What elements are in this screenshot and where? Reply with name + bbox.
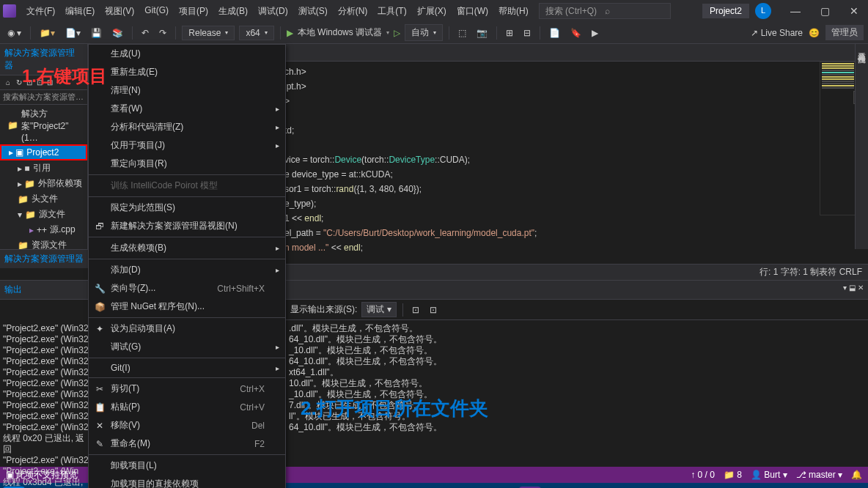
ctx-生成依赖项(B)[interactable]: 生成依赖项(B)	[89, 239, 285, 257]
open-button[interactable]: 📄▾	[62, 26, 84, 40]
ctx-icon: 🗗	[95, 221, 105, 232]
ctx-查看(W)[interactable]: 查看(W)	[89, 100, 285, 118]
repo-icon[interactable]: 📁 8	[724, 470, 742, 480]
ctx-icon: ✕	[95, 421, 105, 431]
play-noDebug-icon[interactable]: ▷	[394, 28, 400, 38]
save-button[interactable]: 💾	[88, 26, 105, 40]
search-input[interactable]: 搜索 (Ctrl+Q) ⌕	[539, 3, 671, 19]
menu-Git(G)[interactable]: Git(G)	[140, 2, 173, 21]
notifications-icon[interactable]: 🔔	[851, 470, 862, 480]
ctx-重定向项目(R)[interactable]: 重定向项目(R)	[89, 155, 285, 173]
minimize-button[interactable]: —	[784, 5, 806, 17]
debugger-label[interactable]: 本地 Windows 调试器	[298, 26, 382, 39]
ctx-生成(U)[interactable]: 生成(U)	[89, 45, 285, 63]
tb-icon3[interactable]: ⊞	[503, 26, 516, 40]
menu-扩展(X)[interactable]: 扩展(X)	[413, 2, 451, 21]
tb-icon1[interactable]: ⬚	[455, 26, 469, 40]
ctx-限定为此范围(S)[interactable]: 限定为此范围(S)	[89, 199, 285, 217]
back-button[interactable]: ◉ ▾	[4, 26, 24, 40]
ctx-Git(I)[interactable]: Git(I)	[89, 360, 285, 376]
admin-badge: 管理员	[825, 25, 864, 40]
commits-indicator[interactable]: ↑ 0 / 0	[691, 470, 715, 480]
annotation-1: 1.右键项目	[22, 64, 107, 88]
ctx-粘贴(P)[interactable]: 📋粘贴(P)Ctrl+V	[89, 398, 285, 416]
code-content[interactable]: ch.h> ipt.h> > td; vice = torch::Device(…	[279, 62, 868, 258]
home-icon[interactable]: ⌂	[3, 77, 12, 88]
user-avatar[interactable]: L	[755, 3, 771, 19]
menu-分析(N)[interactable]: 分析(N)	[334, 2, 372, 21]
maximize-button[interactable]: ▢	[814, 5, 836, 17]
menu-测试(S)[interactable]: 测试(S)	[294, 2, 332, 21]
menu-工具(T)[interactable]: 工具(T)	[373, 2, 411, 21]
output-toolbar: 显示输出来源(S): 调试 ▾ ⊡ ⊡	[286, 300, 868, 320]
output-title: 输出	[4, 284, 22, 296]
output-wrap-icon[interactable]: ⊡	[427, 303, 440, 317]
vertical-toolbox[interactable]: 工具箱 属性	[855, 44, 868, 249]
ctx-类向导(Z)...[interactable]: 🔧类向导(Z)...Ctrl+Shift+X	[89, 279, 285, 297]
toolbar: ◉ ▾ 📁▾ 📄▾ 💾 📚 ↶ ↷ Release▾ x64▾ ▶ 本地 Win…	[0, 22, 868, 44]
ctx-移除(V)[interactable]: ✕移除(V)Del	[89, 416, 285, 435]
references-node[interactable]: ▸ ■ 引用	[0, 160, 87, 176]
menu-编辑(E)[interactable]: 编辑(E)	[61, 2, 99, 21]
close-button[interactable]: ✕	[843, 5, 865, 17]
tb-icon6[interactable]: 🔖	[567, 26, 584, 40]
tab-solution-explorer[interactable]: 解决方案资源管理器	[4, 253, 84, 265]
liveshare-button[interactable]: ↗ Live Share	[751, 28, 803, 38]
context-menu: 生成(U)重新生成(E)清理(N)查看(W)分析和代码清理(Z)仅用于项目(J)…	[88, 44, 286, 488]
project-name: Project2	[702, 4, 749, 18]
tb-icon4[interactable]: ⊟	[521, 26, 534, 40]
ctx-添加(D)[interactable]: 添加(D)	[89, 261, 285, 279]
menu-生成(B)[interactable]: 生成(B)	[214, 2, 252, 21]
ctx-加载项目的直接依赖项[interactable]: 加载项目的直接依赖项	[89, 475, 285, 488]
mode-dropdown[interactable]: 自动▾	[405, 24, 443, 41]
ctx-新建解决方案资源管理器视图(N)[interactable]: 🗗新建解决方案资源管理器视图(N)	[89, 217, 285, 235]
window-controls: — ▢ ✕	[784, 5, 865, 17]
annotation-2: 2.打开项目所在文件夹	[301, 396, 488, 421]
undo-button[interactable]: ↶	[139, 26, 152, 40]
vs-logo-icon	[3, 4, 16, 18]
feedback-icon[interactable]: 😊	[809, 28, 820, 38]
headers-node[interactable]: 📁 头文件	[0, 191, 87, 207]
saveall-button[interactable]: 📚	[109, 26, 126, 40]
sources-node[interactable]: ▾ 📁 源文件	[0, 207, 87, 222]
tb-icon7[interactable]: ▶	[589, 26, 601, 40]
tb-icon5[interactable]: 📄	[546, 26, 563, 40]
external-deps-node[interactable]: ▸ 📁 外部依赖项	[0, 176, 87, 191]
preview-icon: ▣	[6, 470, 14, 480]
ctx-清理(N)[interactable]: 清理(N)	[89, 81, 285, 100]
solution-root[interactable]: 📁 解决方案"Project2"(1…	[0, 106, 87, 144]
minimap[interactable]	[820, 62, 856, 215]
ctx-卸载项目(L)[interactable]: 卸载项目(L)	[89, 456, 285, 475]
play-icon[interactable]: ▶	[287, 28, 293, 38]
project-node[interactable]: ▸ ▣ Project2	[0, 144, 87, 160]
menu-项目(P)[interactable]: 项目(P)	[174, 2, 213, 21]
ctx-设为启动项目(A)[interactable]: ✦设为启动项目(A)	[89, 319, 285, 338]
ctx-重新生成(E)[interactable]: 重新生成(E)	[89, 63, 285, 81]
ctx-剪切(T)[interactable]: ✂剪切(T)Ctrl+X	[89, 380, 285, 398]
sync-icon[interactable]: ↻	[13, 77, 22, 88]
menu-调试(D)[interactable]: 调试(D)	[254, 2, 293, 21]
preview-text: 此项不支持预览	[16, 469, 78, 481]
tb-icon2[interactable]: 📷	[474, 26, 490, 40]
ctx-分析和代码清理(Z)[interactable]: 分析和代码清理(Z)	[89, 118, 285, 136]
output-source-dropdown[interactable]: 调试 ▾	[361, 302, 396, 317]
branch-indicator[interactable]: ⎇ master ▾	[796, 470, 842, 480]
source-cpp-node[interactable]: ▸ ++ 源.cpp	[0, 222, 87, 237]
menu-视图(V)[interactable]: 视图(V)	[100, 2, 139, 21]
ctx-调试(G)[interactable]: 调试(G)	[89, 338, 285, 356]
menu-文件(F)[interactable]: 文件(F)	[22, 2, 59, 21]
ctx-仅用于项目(J)[interactable]: 仅用于项目(J)	[89, 136, 285, 155]
redo-button[interactable]: ↷	[156, 26, 169, 40]
config-dropdown[interactable]: Release▾	[182, 26, 235, 40]
new-button[interactable]: 📁▾	[37, 26, 58, 40]
menu-帮助(H)[interactable]: 帮助(H)	[494, 2, 533, 21]
user-indicator[interactable]: 👤 Burt ▾	[751, 470, 787, 480]
output-clear-icon[interactable]: ⊡	[409, 303, 422, 317]
solution-search[interactable]: 搜索解决方案资源管…	[0, 90, 87, 105]
platform-dropdown[interactable]: x64▾	[239, 26, 273, 40]
ctx-重命名(M)[interactable]: ✎重命名(M)F2	[89, 435, 285, 453]
search-placeholder: 搜索 (Ctrl+Q)	[545, 5, 605, 18]
ctx-icon: 📦	[95, 302, 105, 312]
ctx-管理 NuGet 程序包(N)...[interactable]: 📦管理 NuGet 程序包(N)...	[89, 297, 285, 316]
menu-窗口(W)[interactable]: 窗口(W)	[452, 2, 493, 21]
